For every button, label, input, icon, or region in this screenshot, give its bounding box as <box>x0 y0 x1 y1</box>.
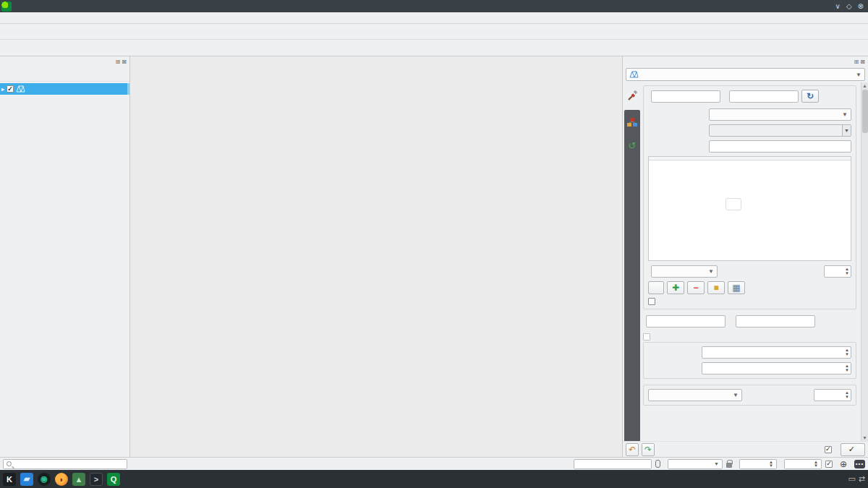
save-color-map-button[interactable]: ▦ <box>728 281 745 294</box>
image-viewer-icon[interactable]: ▲ <box>72 473 85 486</box>
add-class-button[interactable]: ✚ <box>667 281 684 294</box>
firefox-launcher-icon[interactable]: ◗ <box>55 473 68 486</box>
min-input[interactable] <box>651 90 720 103</box>
load-color-map-button[interactable]: ■ <box>707 281 725 294</box>
styling-tab-strip-lower: ↺ <box>624 110 640 454</box>
styling-scrollbar[interactable]: ▲ ▼ <box>861 82 868 441</box>
digitizing-toolbar <box>0 40 868 56</box>
tab-3d-view[interactable] <box>624 114 640 130</box>
scrollbar-thumb[interactable] <box>862 90 868 133</box>
panel-close-icon[interactable]: ⊠ <box>860 59 865 65</box>
max-input[interactable] <box>729 90 799 103</box>
tray-arrows-icon[interactable]: ⇄ <box>859 474 865 484</box>
color-ramp-preview <box>710 125 842 136</box>
file-manager-icon[interactable]: ▰ <box>20 473 33 486</box>
color-swatch[interactable] <box>726 181 741 193</box>
scroll-up-icon[interactable]: ▲ <box>862 83 867 88</box>
panel-dock-icon[interactable]: ⊞ <box>116 59 121 65</box>
redo-style-button[interactable]: ↷ <box>642 443 655 456</box>
color-ramp-button[interactable]: ▼ <box>709 124 851 137</box>
styling-footer: ↶ ↷ ✓ <box>623 441 868 457</box>
spin-arrows-icon[interactable]: ▲▼ <box>769 461 773 468</box>
scroll-down-icon[interactable]: ▼ <box>862 435 867 440</box>
styling-tab-strip: ↺ <box>623 82 642 457</box>
virtual-desktop-icon[interactable]: ▭ <box>848 474 855 484</box>
launcher-area: K ▰ ◉ ◗ ▲ > Q <box>3 473 120 486</box>
reload-minmax-button[interactable]: ↻ <box>801 90 819 103</box>
density-spinbox[interactable]: ▲▼ <box>814 389 851 401</box>
apply-button[interactable]: ✓ <box>841 443 865 456</box>
history-icon: ↺ <box>629 140 637 151</box>
maximize-button[interactable]: ◇ <box>846 2 852 10</box>
column-header-value[interactable] <box>649 157 721 160</box>
panel-close-icon[interactable]: ⊠ <box>122 59 127 65</box>
main-toolbar <box>0 24 868 40</box>
class-row[interactable] <box>649 178 851 195</box>
minimize-button[interactable]: ∨ <box>835 2 841 10</box>
terminal-icon[interactable]: > <box>90 473 103 486</box>
seeding-method-combo[interactable]: ▼ <box>648 389 742 401</box>
layers-toolbar <box>0 67 129 82</box>
map-canvas-area[interactable] <box>130 56 623 457</box>
color-swatch[interactable] <box>726 233 741 245</box>
y-spacing-spinbox[interactable]: ▲▼ <box>702 362 851 374</box>
spin-arrows-icon[interactable]: ▲▼ <box>845 390 849 399</box>
interpolation-combo[interactable]: ▼ <box>709 108 851 121</box>
color-swatch[interactable] <box>726 215 741 228</box>
render-checkbox[interactable] <box>825 461 833 468</box>
class-row[interactable] <box>649 160 851 178</box>
undo-style-button[interactable]: ↶ <box>626 443 639 456</box>
layer-selector-combo[interactable]: ▼ <box>626 68 865 81</box>
paintbrush-icon <box>627 90 638 100</box>
kde-menu-icon[interactable]: K <box>3 473 16 486</box>
spin-arrows-icon[interactable]: ▲▼ <box>814 461 818 468</box>
class-row[interactable] <box>649 230 851 247</box>
gitkraken-launcher-icon[interactable]: ◉ <box>38 473 51 486</box>
rotation-spinbox[interactable]: ▲▼ <box>784 459 822 469</box>
globe-icon: ⊕ <box>840 459 847 469</box>
spin-arrows-icon[interactable]: ▲▼ <box>845 267 849 275</box>
mode-combo[interactable]: ▼ <box>651 265 718 278</box>
filter-min-input[interactable] <box>646 315 726 328</box>
filter-max-input[interactable] <box>736 315 815 328</box>
locator-search-input[interactable] <box>3 459 127 469</box>
status-bar: ▼ ▲▼ ▲▼ ⊕ ••• <box>0 457 868 470</box>
display-on-user-grid-checkbox[interactable] <box>643 333 650 341</box>
classify-button[interactable] <box>648 281 664 294</box>
layer-visibility-checkbox[interactable] <box>7 85 14 93</box>
color-ramp-dropdown[interactable]: ▼ <box>842 125 851 136</box>
color-swatch[interactable] <box>726 163 741 176</box>
layer-tree-item[interactable]: ▸ <box>0 83 129 95</box>
lock-scale-icon[interactable] <box>726 463 732 468</box>
column-header-label[interactable] <box>759 157 851 160</box>
class-row[interactable] <box>649 213 851 230</box>
magnifier-spinbox[interactable]: ▲▼ <box>739 459 777 469</box>
color-swatch[interactable] <box>726 198 741 210</box>
spin-arrows-icon[interactable]: ▲▼ <box>845 348 849 356</box>
qgis-logo-icon <box>1 1 12 12</box>
chevron-down-icon: ▼ <box>704 268 714 275</box>
class-row[interactable] <box>649 195 851 213</box>
map-canvas[interactable] <box>130 56 622 457</box>
expand-arrow-icon[interactable]: ▸ <box>1 86 4 93</box>
scale-combo[interactable]: ▼ <box>668 459 723 469</box>
close-button[interactable]: ⊗ <box>858 2 864 10</box>
coordinate-input[interactable] <box>574 459 652 469</box>
chevron-down-icon: ▼ <box>728 392 739 398</box>
user-grid-group: ▲▼ ▲▼ <box>643 342 856 379</box>
styling-content: ↻ ▼ ▼ <box>642 82 861 457</box>
messages-icon[interactable]: ••• <box>854 460 865 468</box>
panel-dock-icon[interactable]: ⊞ <box>854 59 859 65</box>
label-unit-suffix-input[interactable] <box>709 140 851 153</box>
mouse-extent-icon[interactable] <box>655 460 660 468</box>
tab-history[interactable]: ↺ <box>624 137 640 153</box>
spin-arrows-icon[interactable]: ▲▼ <box>845 364 849 372</box>
x-spacing-spinbox[interactable]: ▲▼ <box>702 346 851 359</box>
remove-class-button[interactable]: − <box>687 281 705 294</box>
classes-spinbox[interactable]: ▲▼ <box>824 265 851 278</box>
clip-out-of-range-checkbox[interactable] <box>648 298 655 305</box>
tab-symbology[interactable] <box>624 87 640 103</box>
column-header-color[interactable] <box>721 157 759 160</box>
qgis-launcher-icon[interactable]: Q <box>107 473 120 486</box>
live-update-checkbox[interactable] <box>825 446 832 453</box>
